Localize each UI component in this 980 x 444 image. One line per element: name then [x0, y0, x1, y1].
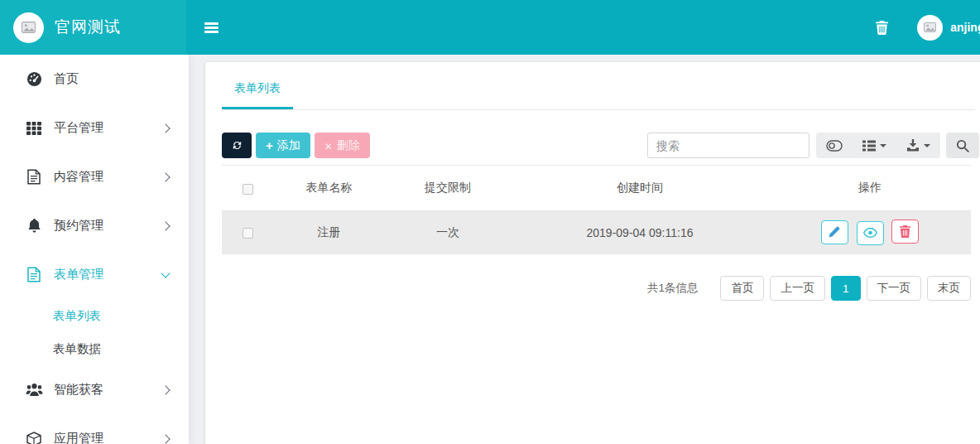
sidebar-item-content[interactable]: 内容管理	[0, 152, 189, 201]
sidebar-item-label: 表单管理	[54, 267, 103, 282]
download-icon	[906, 139, 920, 152]
refresh-button[interactable]	[222, 133, 252, 158]
sidebar-submenu: 表单列表 表单数据	[0, 299, 189, 365]
column-header-limit: 提交限制	[385, 166, 511, 211]
image-icon	[924, 22, 936, 32]
top-navbar: anjingb	[186, 0, 980, 55]
username-label[interactable]: anjingb	[950, 21, 980, 34]
add-button[interactable]: 添加	[256, 133, 310, 158]
trash-icon[interactable]	[867, 13, 896, 41]
sidebar-item-reservation[interactable]: 预约管理	[0, 201, 189, 250]
cell-form-name: 注册	[273, 211, 385, 254]
chevron-right-icon	[161, 123, 170, 133]
search-button[interactable]	[946, 133, 979, 158]
bell-icon	[25, 218, 43, 234]
refresh-icon	[231, 139, 243, 152]
image-icon	[22, 22, 36, 33]
grid-icon	[25, 122, 43, 135]
delete-row-button[interactable]	[891, 220, 919, 244]
user-avatar[interactable]	[917, 15, 943, 41]
plus-icon	[266, 138, 277, 152]
next-page-button[interactable]: 下一页	[867, 276, 922, 301]
column-header-created: 创建时间	[511, 166, 769, 211]
sidebar-subitem-form-data[interactable]: 表单数据	[0, 332, 189, 365]
chevron-right-icon	[161, 221, 170, 230]
document-icon	[25, 169, 43, 185]
caret-down-icon	[924, 144, 930, 147]
form-icon	[25, 267, 43, 282]
form-table: 表单名称 提交限制 创建时间 操作 注册 一次 2019-09-04 09:11…	[222, 165, 971, 254]
toggle-icon	[826, 140, 843, 152]
table-header: 表单名称 提交限制 创建时间 操作	[222, 166, 971, 211]
table-row[interactable]: 注册 一次 2019-09-04 09:11:16	[222, 211, 971, 254]
last-page-button[interactable]: 末页	[927, 276, 971, 301]
sidebar-item-label: 预约管理	[54, 218, 103, 234]
sidebar-subitem-label: 表单列表	[53, 308, 101, 324]
edit-button[interactable]	[821, 220, 848, 244]
chevron-right-icon	[161, 434, 170, 443]
pagination: 共1条信息 首页 上一页 1 下一页 末页	[222, 276, 971, 301]
search-icon	[956, 139, 969, 152]
table-controls-group	[816, 133, 940, 158]
select-all-checkbox[interactable]	[243, 184, 253, 195]
toolbar: 添加 删除	[222, 133, 979, 158]
content-card: 表单列表 添加 删除	[205, 62, 980, 444]
column-header-actions: 操作	[769, 166, 971, 211]
box-icon	[25, 432, 43, 444]
sidebar: 首页 平台管理 内容管理	[0, 55, 189, 444]
row-checkbox[interactable]	[243, 228, 253, 239]
list-columns-icon	[862, 140, 876, 152]
pagination-info: 共1条信息	[647, 281, 699, 296]
sidebar-subitem-form-list[interactable]: 表单列表	[0, 299, 189, 332]
pencil-icon	[829, 226, 840, 238]
eye-icon	[863, 228, 877, 238]
sidebar-item-label: 首页	[54, 71, 79, 87]
sidebar-item-label: 应用管理	[54, 431, 103, 444]
sidebar-item-label: 平台管理	[54, 120, 103, 136]
delete-button[interactable]: 删除	[315, 133, 370, 158]
brand-logo[interactable]	[13, 12, 44, 43]
x-icon	[324, 139, 337, 152]
dashboard-icon	[25, 71, 43, 87]
chevron-right-icon	[161, 172, 170, 181]
columns-dropdown-button[interactable]	[853, 133, 896, 158]
sidebar-item-forms[interactable]: 表单管理	[0, 250, 189, 299]
brand-title: 官网测试	[55, 17, 121, 38]
toolbar-right	[647, 133, 979, 158]
toggle-view-button[interactable]	[816, 133, 853, 158]
first-page-button[interactable]: 首页	[720, 276, 764, 301]
sidebar-subitem-label: 表单数据	[53, 341, 101, 357]
sidebar-item-home[interactable]: 首页	[0, 55, 189, 104]
column-header-name: 表单名称	[273, 166, 385, 211]
view-button[interactable]	[857, 221, 884, 245]
navbar-right: anjingb	[867, 0, 980, 55]
sidebar-item-label: 智能获客	[54, 382, 103, 398]
tab-bar: 表单列表	[222, 62, 975, 110]
search-input[interactable]	[647, 133, 809, 158]
cell-submit-limit: 一次	[385, 211, 511, 254]
tab-form-list[interactable]: 表单列表	[222, 81, 293, 109]
sidebar-toggle-icon[interactable]	[204, 22, 219, 35]
add-button-label: 添加	[277, 138, 300, 153]
sidebar-item-platform[interactable]: 平台管理	[0, 104, 189, 152]
sidebar-item-apps[interactable]: 应用管理	[0, 414, 189, 444]
delete-button-label: 删除	[337, 138, 360, 153]
trash-icon	[900, 225, 910, 238]
sidebar-item-label: 内容管理	[54, 169, 103, 185]
page-1-button[interactable]: 1	[831, 276, 861, 301]
cell-created-time: 2019-09-04 09:11:16	[511, 211, 769, 254]
caret-down-icon	[880, 144, 886, 147]
prev-page-button[interactable]: 上一页	[770, 276, 825, 301]
brand-header: 官网测试	[0, 0, 186, 55]
export-dropdown-button[interactable]	[896, 133, 940, 158]
chevron-down-icon	[161, 268, 170, 278]
sidebar-item-leads[interactable]: 智能获客	[0, 365, 189, 414]
cell-actions	[769, 211, 971, 254]
users-icon	[25, 383, 43, 397]
chevron-right-icon	[161, 385, 170, 394]
